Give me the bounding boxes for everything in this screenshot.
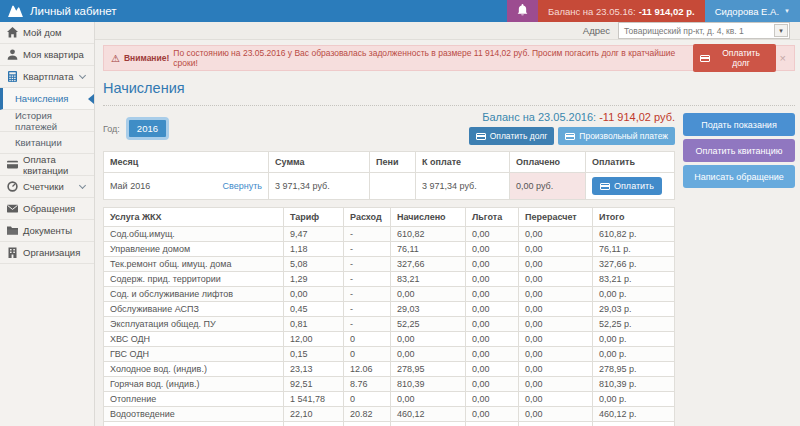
table-cell: 1,29	[284, 272, 344, 287]
year-2016-button[interactable]: 2016	[126, 117, 169, 140]
table-cell: 0,00	[391, 347, 466, 362]
sidebar-item-appeals[interactable]: Обращения	[0, 198, 94, 220]
sidebar-item-rent[interactable]: Квартплата	[0, 66, 94, 88]
table-cell: 0,00	[466, 257, 519, 272]
penalty-cell	[370, 173, 416, 200]
table-cell: Сод. и обслуживание лифтов	[104, 287, 284, 302]
table-cell: 52,25	[391, 317, 466, 332]
month-value: Май 2016	[110, 181, 150, 191]
summary-row: Май 2016 Свернуть 3 971,34 руб. 3 971,34…	[104, 173, 675, 200]
sidebar-item-label: Моя квартира	[23, 49, 84, 60]
table-cell: 0	[344, 332, 391, 347]
sidebar-item-organization[interactable]: Организация	[0, 242, 94, 264]
table-cell: -	[344, 422, 391, 426]
table-cell: 76,11	[391, 242, 466, 257]
table-cell: 0,00	[519, 257, 593, 272]
app-title: Личный кабинет	[30, 5, 117, 17]
table-cell: Содерж. прид. территории	[104, 272, 284, 287]
sidebar-item-meters[interactable]: Счетчики	[0, 176, 94, 198]
notifications-button[interactable]	[507, 0, 538, 22]
card-icon	[476, 133, 486, 140]
table-cell: 278,95	[391, 362, 466, 377]
table-cell: 0,00	[519, 362, 593, 377]
sidebar-item-label: Документы	[23, 225, 72, 236]
table-row: Эксплуатация общед. ПУ0,81-52,250,000,00…	[104, 317, 675, 332]
submit-readings-button[interactable]: Подать показания	[683, 113, 795, 136]
sidebar: Мой дом Моя квартира Квартплата Начислен…	[0, 22, 95, 426]
top-header-bar: Личный кабинет Баланс на 23.05.16: -11 9…	[0, 0, 800, 22]
sidebar-item-pay-receipt[interactable]: Оплата квитанции	[0, 154, 94, 176]
alert-close-icon[interactable]: ×	[780, 52, 786, 64]
credit-card-icon	[6, 159, 18, 170]
sidebar-item-receipts[interactable]: Квитанции	[0, 132, 94, 154]
table-cell: Водоотведение	[104, 407, 284, 422]
sidebar-item-label: Квитанции	[15, 137, 62, 148]
table-cell: Сод.общ.имущ.	[104, 227, 284, 242]
sidebar-item-charges[interactable]: Начисления	[0, 88, 94, 110]
table-cell: 0,00	[466, 272, 519, 287]
table-cell: Эксплуатация общед. ПУ	[104, 317, 284, 332]
pay-debt-button[interactable]: Оплатить долг	[469, 127, 555, 145]
write-appeal-button[interactable]: Написать обращение	[683, 165, 795, 188]
table-cell: 0,00	[466, 407, 519, 422]
table-cell: 0,00	[466, 302, 519, 317]
column-header: Оплачено	[510, 152, 586, 173]
address-dropdown-icon[interactable]: ▾	[774, 24, 788, 37]
balance-label: Баланс на 23.05.2016:	[482, 111, 596, 123]
table-cell: 610,82	[391, 227, 466, 242]
table-cell: 0,00 р.	[593, 287, 675, 302]
debt-alert: ⚠ Внимание! По состоянию на 23.05.2016 у…	[103, 45, 795, 71]
address-select[interactable]: Товарищеский пр-кт, д. 4, кв. 1 ▾	[618, 22, 790, 39]
table-cell: 52,25 р.	[593, 317, 675, 332]
home-icon	[6, 27, 18, 38]
column-header: Тариф	[284, 208, 344, 227]
table-cell: 22,10	[284, 407, 344, 422]
column-header: Льгота	[466, 208, 519, 227]
table-cell: ХВС ОДН	[104, 332, 284, 347]
table-row: Холодное вод. (индив.)23,1312.06278,950,…	[104, 362, 675, 377]
table-cell: 0,00	[519, 377, 593, 392]
table-cell: Управление домом	[104, 242, 284, 257]
table-cell: 0	[344, 347, 391, 362]
sidebar-item-my-home[interactable]: Мой дом	[0, 22, 94, 44]
pay-receipt-button[interactable]: Оплатить квитанцию	[683, 139, 795, 162]
table-cell: 8.76	[344, 377, 391, 392]
to-pay-cell: 3 971,34 руб.	[416, 173, 510, 200]
table-cell: 278,95 р.	[593, 362, 675, 377]
table-cell: -	[344, 257, 391, 272]
user-name: Сидорова Е.А.	[715, 6, 779, 17]
action-panel: Подать показания Оплатить квитанцию Напи…	[683, 111, 795, 426]
column-header: Начислено	[391, 208, 466, 227]
sidebar-item-label: Обращения	[23, 203, 75, 214]
column-header: Услуга ЖКХ	[104, 208, 284, 227]
table-cell: 0	[344, 392, 391, 407]
warning-icon: ⚠	[111, 53, 120, 64]
table-cell: 29,03 р.	[593, 302, 675, 317]
collapse-link[interactable]: Свернуть	[223, 181, 262, 191]
custom-payment-button[interactable]: Произвольный платеж	[558, 127, 675, 145]
table-cell: 0,00	[466, 332, 519, 347]
sidebar-item-documents[interactable]: Документы	[0, 220, 94, 242]
column-header: Пени	[370, 152, 416, 173]
table-cell: 76,11 р.	[593, 242, 675, 257]
table-cell: 5,08	[284, 257, 344, 272]
pay-debt-alert-button[interactable]: Оплатить долг	[693, 44, 776, 72]
card-icon	[700, 55, 710, 62]
user-menu[interactable]: Сидорова Е.А. ▼	[705, 0, 800, 22]
table-cell: 83,21 р.	[593, 272, 675, 287]
sidebar-item-payment-history[interactable]: История платежей	[0, 110, 94, 132]
table-row: Консьерж7,60-490,200,000,00490,20 р.	[104, 422, 675, 426]
pay-month-button[interactable]: Оплатить	[592, 177, 662, 195]
table-cell: 0,00	[466, 287, 519, 302]
table-cell: 810,39 р.	[593, 377, 675, 392]
table-cell: 0,00 р.	[593, 332, 675, 347]
table-cell: -	[344, 302, 391, 317]
address-label: Адрес	[583, 25, 610, 36]
header-balance-amount: -11 914,02 р.	[639, 6, 695, 17]
header-balance[interactable]: Баланс на 23.05.16: -11 914,02 р.	[538, 0, 705, 22]
table-cell: 0,00	[519, 317, 593, 332]
chevron-down-icon: ▼	[784, 8, 790, 14]
sidebar-item-my-flat[interactable]: Моя квартира	[0, 44, 94, 66]
table-cell: 0,00	[519, 227, 593, 242]
table-cell: Консьерж	[104, 422, 284, 426]
